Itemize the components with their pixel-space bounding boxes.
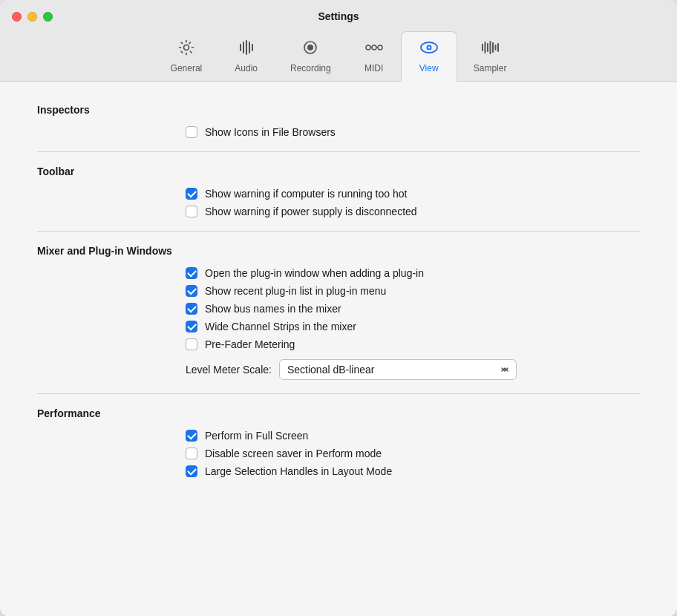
svg-rect-18 [492,42,494,53]
maximize-button[interactable] [43,12,53,22]
tab-view-label: View [419,63,439,73]
svg-rect-3 [246,40,247,55]
tab-general-label: General [171,63,203,73]
inspectors-options: Show Icons in File Browsers [37,126,640,138]
toolbar-options: Show warning if computer is running too … [37,188,640,217]
option-show-bus-names[interactable]: Show bus names in the mixer [186,303,640,315]
option-show-warning-hot[interactable]: Show warning if computer is running too … [186,188,640,200]
minimize-button[interactable] [27,12,37,22]
svg-rect-15 [485,42,486,53]
svg-rect-2 [243,42,244,53]
section-toolbar: Toolbar Show warning if computer is runn… [37,166,640,217]
midi-icon [364,38,385,60]
mixer-title: Mixer and Plug-in Windows [37,245,640,257]
gear-icon [177,38,196,60]
option-large-selection-handles-label: Large Selection Handles in Layout Mode [205,465,392,477]
option-disable-screen-saver[interactable]: Disable screen saver in Perform mode [186,448,640,459]
svg-point-10 [378,45,382,50]
level-meter-label: Level Meter Scale: [186,364,272,376]
view-icon [418,38,440,60]
svg-rect-16 [487,43,488,52]
titlebar: Settings General [0,0,677,82]
checkbox-show-warning-hot[interactable] [186,188,197,200]
tab-audio[interactable]: Audio [218,32,274,81]
close-button[interactable] [12,12,22,22]
sampler-icon [480,38,500,60]
svg-rect-1 [240,44,241,51]
tab-recording[interactable]: Recording [274,32,347,81]
svg-rect-17 [490,41,491,54]
option-show-recent-plugin-label: Show recent plug-in list in plug-in menu [205,285,386,297]
tab-midi[interactable]: MIDI [347,32,401,81]
svg-point-8 [366,45,370,50]
option-large-selection-handles[interactable]: Large Selection Handles in Layout Mode [186,465,640,477]
section-mixer: Mixer and Plug-in Windows Open the plug-… [37,245,640,380]
toolbar-title: Toolbar [37,166,640,177]
option-show-warning-hot-label: Show warning if computer is running too … [205,188,407,200]
svg-point-9 [372,45,376,50]
option-open-plugin-window[interactable]: Open the plug-in window when adding a pl… [186,267,640,279]
option-disable-screen-saver-label: Disable screen saver in Perform mode [205,448,382,459]
option-show-icons-file-browsers[interactable]: Show Icons in File Browsers [186,126,640,138]
option-show-warning-power[interactable]: Show warning if power supply is disconne… [186,206,640,217]
svg-point-0 [183,45,189,50]
tab-general[interactable]: General [154,32,219,81]
section-inspectors: Inspectors Show Icons in File Browsers [37,104,640,138]
recording-icon [301,38,320,60]
tab-recording-label: Recording [290,63,331,73]
svg-rect-4 [249,42,250,53]
tab-view[interactable]: View [401,31,457,82]
window-title: Settings [318,10,359,22]
checkbox-open-plugin-window[interactable] [186,267,197,279]
inspectors-title: Inspectors [37,104,640,116]
tabs-bar: General Audio [154,31,523,81]
tab-sampler[interactable]: Sampler [457,32,523,81]
option-wide-channel-strips[interactable]: Wide Channel Strips in the mixer [186,321,640,332]
checkbox-large-selection-handles[interactable] [186,465,197,477]
divider-1 [37,151,640,152]
settings-content: Inspectors Show Icons in File Browsers T… [0,82,677,616]
section-performance: Performance Perform in Full Screen Disab… [37,407,640,477]
mixer-options: Open the plug-in window when adding a pl… [37,267,640,350]
tab-midi-label: MIDI [364,63,383,73]
option-show-recent-plugin[interactable]: Show recent plug-in list in plug-in menu [186,285,640,297]
option-pre-fader-metering[interactable]: Pre-Fader Metering [186,338,640,350]
option-perform-full-screen-label: Perform in Full Screen [205,430,308,442]
checkbox-show-bus-names[interactable] [186,303,197,315]
performance-options: Perform in Full Screen Disable screen sa… [37,430,640,477]
divider-3 [37,393,640,394]
svg-point-7 [307,45,313,50]
checkbox-disable-screen-saver[interactable] [186,448,197,459]
option-perform-full-screen[interactable]: Perform in Full Screen [186,430,640,442]
divider-2 [37,231,640,232]
level-meter-select[interactable]: Sectional dB-linear Linear dB-linear dB-… [279,359,517,380]
svg-point-13 [428,47,430,49]
audio-icon [237,38,256,60]
checkbox-perform-full-screen[interactable] [186,430,197,442]
option-pre-fader-metering-label: Pre-Fader Metering [205,338,295,350]
svg-rect-14 [482,44,483,51]
checkbox-pre-fader-metering[interactable] [186,338,197,350]
option-show-icons-file-browsers-label: Show Icons in File Browsers [205,126,336,138]
option-show-warning-power-label: Show warning if power supply is disconne… [205,206,417,217]
checkbox-show-warning-power[interactable] [186,206,197,217]
checkbox-show-recent-plugin[interactable] [186,285,197,297]
traffic-lights [12,12,53,22]
tab-audio-label: Audio [235,63,258,73]
level-meter-row: Level Meter Scale: Sectional dB-linear L… [37,359,640,380]
performance-title: Performance [37,407,640,419]
checkbox-show-icons-file-browsers[interactable] [186,126,197,138]
option-wide-channel-strips-label: Wide Channel Strips in the mixer [205,321,356,332]
svg-rect-19 [495,45,497,50]
svg-rect-5 [252,44,253,51]
option-open-plugin-window-label: Open the plug-in window when adding a pl… [205,267,424,279]
svg-rect-20 [497,43,499,52]
option-show-bus-names-label: Show bus names in the mixer [205,303,341,315]
tab-sampler-label: Sampler [474,63,507,73]
settings-window: Settings General [0,0,677,616]
checkbox-wide-channel-strips[interactable] [186,321,197,332]
